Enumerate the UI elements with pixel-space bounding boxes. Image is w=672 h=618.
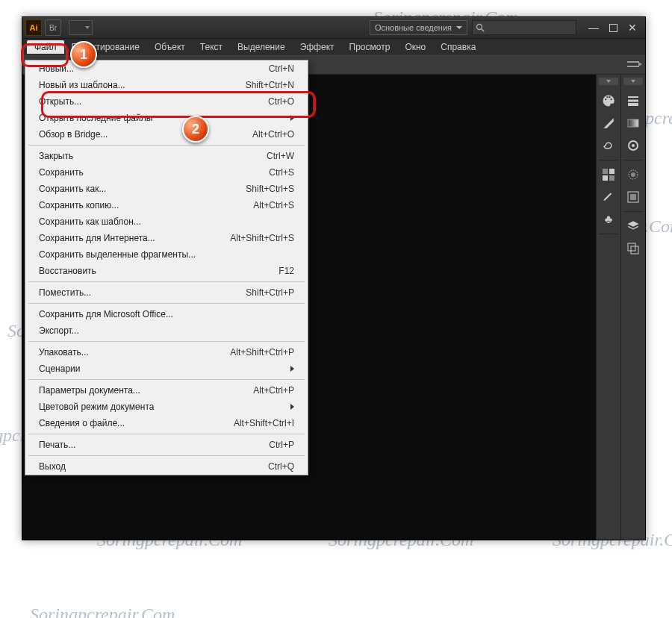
menu-separator	[28, 303, 305, 304]
menu-item-label: Сохранить копию...	[39, 200, 212, 210]
file-menu-item[interactable]: Параметры документа...Alt+Ctrl+P	[25, 382, 308, 399]
panel-loop-icon[interactable]	[599, 136, 618, 155]
file-menu-item[interactable]: Сохранить копию...Alt+Ctrl+S	[25, 197, 308, 213]
menu-item-shortcut: Ctrl+Q	[212, 461, 294, 472]
file-menu-item[interactable]: Сохранить как шаблон...	[25, 213, 308, 230]
panel-appearance-icon[interactable]	[623, 165, 643, 184]
menu-item-label: Восстановить	[39, 266, 212, 276]
chevron-down-icon	[456, 26, 462, 29]
file-menu-item[interactable]: ВосстановитьF12	[25, 263, 308, 279]
search-icon	[476, 23, 485, 32]
file-menu-item[interactable]: Сохранить выделенные фрагменты...	[25, 246, 308, 263]
menu-item-справка[interactable]: Справка	[433, 40, 483, 54]
layout-arrange-button[interactable]	[69, 20, 93, 35]
file-menu-item[interactable]: Новый из шаблона...Shift+Ctrl+N	[25, 77, 308, 93]
panel-layers-icon[interactable]	[623, 216, 643, 236]
file-menu-item[interactable]: Открыть...Ctrl+O	[25, 93, 308, 110]
svg-point-13	[631, 172, 635, 177]
submenu-arrow-icon	[290, 115, 294, 121]
file-menu-item[interactable]: Сохранить для Интернета...Alt+Shift+Ctrl…	[25, 230, 308, 246]
file-menu-item[interactable]: Печать...Ctrl+P	[25, 437, 308, 453]
menu-item-label: Открыть последние файлы	[39, 113, 290, 123]
menu-item-текст[interactable]: Текст	[193, 40, 230, 54]
panel-stroke-icon[interactable]	[623, 91, 643, 110]
panel-palette-icon[interactable]	[599, 91, 618, 110]
svg-rect-15	[630, 194, 636, 200]
file-menu-item[interactable]: Упаковать...Alt+Shift+Ctrl+P	[25, 344, 308, 360]
file-menu-item[interactable]: Новый...Ctrl+N	[25, 60, 308, 77]
menu-item-shortcut: Alt+Ctrl+S	[212, 200, 294, 210]
file-menu-item[interactable]: Сохранить как...Shift+Ctrl+S	[25, 181, 308, 197]
close-button[interactable]: ✕	[623, 20, 642, 35]
menu-item-label: Сведения о файле...	[39, 418, 212, 428]
workspace-switcher[interactable]: Основные сведения	[370, 20, 467, 35]
menu-item-окно[interactable]: Окно	[397, 40, 433, 54]
file-menu-item[interactable]: Поместить...Shift+Ctrl+P	[25, 284, 308, 301]
file-menu-item[interactable]: Сведения о файле...Alt+Shift+Ctrl+I	[25, 415, 308, 431]
menu-item-просмотр[interactable]: Просмотр	[342, 40, 398, 54]
submenu-arrow-icon	[290, 404, 294, 410]
panel-path-blend-icon[interactable]	[599, 113, 618, 133]
bridge-launch-button[interactable]: Br	[45, 19, 61, 36]
file-menu-item[interactable]: Экспорт...	[25, 322, 308, 339]
panel-transparency-icon[interactable]	[623, 136, 643, 155]
menu-separator	[28, 145, 305, 146]
main-menu-bar: ФайлРедактированиеОбъектТекстВыделениеЭф…	[22, 39, 645, 55]
menu-item-shortcut: Shift+Ctrl+P	[212, 287, 294, 298]
menu-item-label: Сохранить для Microsoft Office...	[39, 309, 212, 319]
svg-rect-9	[628, 119, 638, 127]
menu-item-label: Открыть...	[39, 96, 212, 107]
menu-item-label: Сохранить	[39, 167, 212, 178]
menu-item-эффект[interactable]: Эффект	[293, 40, 342, 54]
svg-rect-2	[603, 169, 608, 174]
watermark: Soringpcrepair.Com	[30, 605, 175, 618]
panel-graphic-styles-icon[interactable]	[623, 187, 643, 207]
file-menu-item[interactable]: СохранитьCtrl+S	[25, 164, 308, 181]
menu-item-выделение[interactable]: Выделение	[230, 40, 293, 54]
menu-item-shortcut: Alt+Ctrl+P	[212, 385, 294, 396]
menu-item-shortcut: Ctrl+O	[212, 96, 294, 107]
menu-item-label: Новый...	[39, 63, 212, 74]
panel-options-icon[interactable]	[627, 60, 639, 70]
dock-collapse-toggle[interactable]	[599, 78, 618, 85]
menu-separator	[28, 379, 305, 380]
panel-dock-column-b	[620, 75, 645, 540]
menu-item-label: Упаковать...	[39, 347, 212, 358]
panel-brush-icon[interactable]	[599, 187, 618, 207]
menu-item-label: Печать...	[39, 440, 212, 450]
menu-item-label: Новый из шаблона...	[39, 80, 212, 90]
svg-point-11	[632, 144, 635, 147]
annotation-badge-2: 2	[182, 116, 209, 143]
menu-separator	[28, 281, 305, 282]
file-menu-item[interactable]: Сценарии	[25, 360, 308, 377]
dock-collapse-toggle[interactable]	[623, 78, 643, 85]
menu-item-shortcut: Alt+Shift+Ctrl+S	[212, 233, 294, 243]
minimize-button[interactable]: —	[584, 20, 603, 35]
file-menu-item[interactable]: ЗакрытьCtrl+W	[25, 148, 308, 164]
file-menu-item[interactable]: Обзор в Bridge...Alt+Ctrl+O	[25, 126, 308, 143]
help-search-input[interactable]	[472, 20, 576, 35]
menu-separator	[28, 341, 305, 342]
panel-gradient-icon[interactable]	[623, 113, 643, 133]
file-menu-item[interactable]: ВыходCtrl+Q	[25, 458, 308, 475]
menu-item-label: Сохранить выделенные фрагменты...	[39, 249, 212, 260]
panel-symbol-icon[interactable]: ♣	[599, 210, 618, 229]
title-bar: Ai Br Основные сведения — ✕	[22, 17, 645, 39]
menu-item-shortcut: Shift+Ctrl+S	[212, 184, 294, 194]
menu-item-shortcut: F12	[212, 266, 294, 276]
panel-artboards-icon[interactable]	[623, 239, 643, 258]
file-menu-item[interactable]: Цветовой режим документа	[25, 399, 308, 415]
app-logo-icon: Ai	[25, 19, 42, 36]
file-menu-item[interactable]: Открыть последние файлы	[25, 110, 308, 126]
maximize-button[interactable]	[603, 20, 623, 35]
menu-item-файл[interactable]: Файл	[27, 40, 64, 54]
menu-item-label: Экспорт...	[39, 325, 212, 336]
panel-dock-column-a: ♣	[596, 75, 620, 540]
menu-item-shortcut: Ctrl+W	[212, 151, 294, 161]
menu-item-label: Закрыть	[39, 151, 212, 161]
panel-swatches-icon[interactable]	[599, 165, 618, 184]
menu-item-label: Выход	[39, 461, 212, 472]
menu-item-объект[interactable]: Объект	[147, 40, 193, 54]
window-controls: — ✕	[584, 20, 642, 35]
file-menu-item[interactable]: Сохранить для Microsoft Office...	[25, 306, 308, 322]
